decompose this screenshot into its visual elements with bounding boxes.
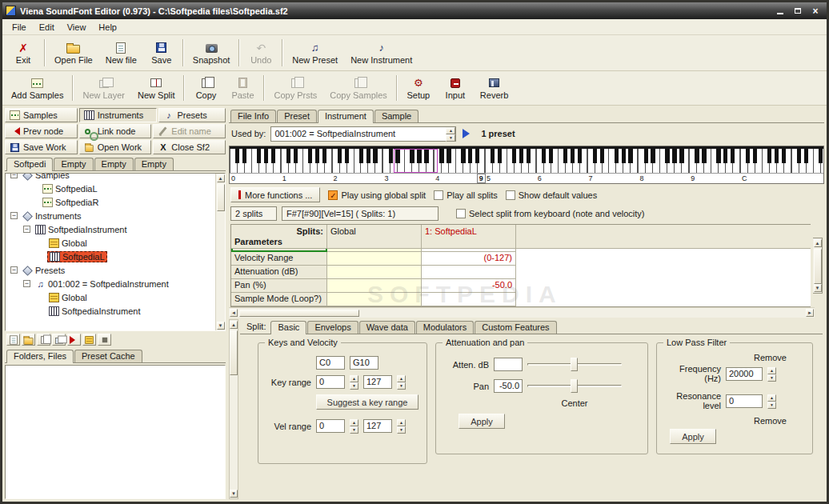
- used-by-combobox[interactable]: 001:002 = SoftpediaInstrument ▲▼: [270, 126, 456, 142]
- samples-nav-button[interactable]: Samples: [5, 108, 78, 122]
- black-key[interactable]: [615, 149, 619, 163]
- file-tab-empty-2[interactable]: Empty: [94, 158, 134, 170]
- collapse-icon[interactable]: −: [10, 174, 18, 178]
- stop-button[interactable]: [98, 334, 111, 346]
- black-key[interactable]: [767, 149, 771, 163]
- split-value-cell[interactable]: [422, 266, 516, 279]
- black-key[interactable]: [338, 149, 342, 163]
- reverb-button[interactable]: Reverb: [474, 73, 515, 103]
- file-tab-softpedia[interactable]: Softpedi: [6, 158, 53, 171]
- black-key[interactable]: [439, 149, 443, 163]
- black-key[interactable]: [797, 149, 801, 163]
- tab-basic[interactable]: Basic: [270, 321, 306, 334]
- column-header-global[interactable]: Global: [327, 225, 422, 249]
- param-name-cell[interactable]: Pan (%): [231, 279, 327, 293]
- param-name-cell[interactable]: Sample Mode (Loop?): [231, 293, 327, 306]
- collapse-icon[interactable]: −: [10, 212, 18, 219]
- frequency-spinner[interactable]: ▲▼: [767, 367, 776, 381]
- black-key[interactable]: [716, 149, 720, 163]
- tree-item[interactable]: − Samples: [6, 174, 215, 182]
- tree-item[interactable]: SoftpediaInstrument: [6, 304, 215, 318]
- black-key[interactable]: [242, 149, 246, 163]
- scroll-down-icon[interactable]: ▼: [217, 322, 225, 330]
- pan-input[interactable]: -50.0: [494, 379, 523, 393]
- split-value-cell[interactable]: -50.0: [422, 279, 516, 293]
- black-key[interactable]: [628, 149, 632, 163]
- copy-presets-button[interactable]: Copy Prsts: [267, 73, 323, 103]
- tab-custom-features[interactable]: Custom Features: [475, 321, 556, 334]
- copy-button[interactable]: Copy: [187, 73, 224, 103]
- copy-files-button[interactable]: [37, 334, 50, 346]
- suggest-key-range-button[interactable]: Suggest a key range: [316, 394, 419, 410]
- paste-button[interactable]: Paste: [224, 73, 261, 103]
- new-preset-button[interactable]: ♫ New Preset: [286, 37, 344, 69]
- tree-scrollbar[interactable]: ▲ ▼: [215, 174, 225, 330]
- attenuation-apply-button[interactable]: Apply: [459, 414, 505, 429]
- exit-button[interactable]: ✗ Exit: [5, 37, 42, 69]
- tab-instrument[interactable]: Instrument: [318, 110, 374, 123]
- vel-max-input[interactable]: 127: [363, 419, 392, 433]
- global-value-cell[interactable]: [327, 252, 422, 266]
- resonance-spinner[interactable]: ▲▼: [767, 394, 776, 408]
- scrollbar-thumb[interactable]: [230, 330, 238, 375]
- menu-edit[interactable]: Edit: [33, 21, 61, 34]
- frequency-input[interactable]: 20000: [726, 367, 763, 381]
- black-key[interactable]: [468, 149, 472, 163]
- tab-folders-files[interactable]: Folders, Files: [6, 350, 74, 363]
- black-key[interactable]: [373, 149, 377, 163]
- menu-file[interactable]: File: [6, 21, 33, 34]
- global-value-cell[interactable]: [327, 266, 422, 279]
- black-key[interactable]: [578, 149, 582, 163]
- attenuation-slider[interactable]: [527, 358, 622, 371]
- black-key[interactable]: [804, 149, 808, 163]
- input-button[interactable]: Input: [437, 73, 474, 103]
- save-work-button[interactable]: Save Work: [5, 140, 78, 154]
- new-instrument-button[interactable]: ♪ New Instrument: [344, 37, 419, 69]
- global-value-cell[interactable]: [327, 293, 422, 306]
- tree-item[interactable]: Global: [6, 290, 215, 304]
- scroll-right-icon[interactable]: ►: [806, 309, 814, 317]
- black-key[interactable]: [315, 149, 319, 163]
- black-key[interactable]: [308, 149, 312, 163]
- edit-name-button[interactable]: Edit name: [153, 124, 226, 138]
- black-key[interactable]: [731, 149, 735, 163]
- new-layer-button[interactable]: New Layer: [76, 73, 131, 103]
- vel-max-spinner[interactable]: ▲▼: [397, 419, 406, 433]
- open-file-button[interactable]: Open File: [48, 37, 99, 69]
- tab-envelops[interactable]: Envelops: [307, 321, 358, 334]
- list-view-button[interactable]: [6, 334, 20, 346]
- menu-help[interactable]: Help: [92, 21, 123, 34]
- select-split-checkbox[interactable]: Select split from keyboard (note and vel…: [456, 209, 645, 218]
- tree-item[interactable]: SoftpediaL: [6, 182, 215, 195]
- tab-wave-data[interactable]: Wave data: [359, 321, 415, 334]
- black-key[interactable]: [286, 149, 290, 163]
- play-file-button[interactable]: [67, 334, 81, 346]
- undo-button[interactable]: ↶ Undo: [242, 37, 279, 69]
- black-key[interactable]: [563, 149, 567, 163]
- tab-preset[interactable]: Preset: [277, 110, 317, 122]
- black-key[interactable]: [264, 149, 268, 163]
- tab-modulators[interactable]: Modulators: [416, 321, 474, 334]
- close-button[interactable]: ×: [807, 5, 823, 17]
- split-editor-scrollbar[interactable]: ▲ ▼: [229, 319, 238, 499]
- tab-file-info[interactable]: File Info: [230, 110, 276, 122]
- black-key[interactable]: [672, 149, 676, 163]
- lpf-apply-button[interactable]: Apply: [670, 429, 716, 444]
- black-key[interactable]: [782, 149, 786, 163]
- black-key[interactable]: [345, 149, 349, 163]
- black-key[interactable]: [644, 149, 648, 163]
- black-key[interactable]: [679, 149, 683, 163]
- vel-min-spinner[interactable]: ▲▼: [350, 419, 358, 433]
- black-key[interactable]: [447, 149, 451, 163]
- new-folder-button[interactable]: [22, 334, 35, 346]
- black-key[interactable]: [359, 149, 363, 163]
- more-functions-button[interactable]: More functions ...: [230, 187, 320, 202]
- scrollbar-thumb[interactable]: [814, 249, 822, 284]
- minimize-button[interactable]: [772, 5, 788, 17]
- pan-slider[interactable]: [527, 379, 622, 393]
- link-node-button[interactable]: Link node: [79, 124, 152, 138]
- table-horizontal-scrollbar[interactable]: ◄ ►: [229, 307, 815, 318]
- split-value-cell[interactable]: (0-127): [422, 252, 516, 266]
- black-key[interactable]: [665, 149, 669, 163]
- tree-item[interactable]: − Instruments: [6, 209, 215, 222]
